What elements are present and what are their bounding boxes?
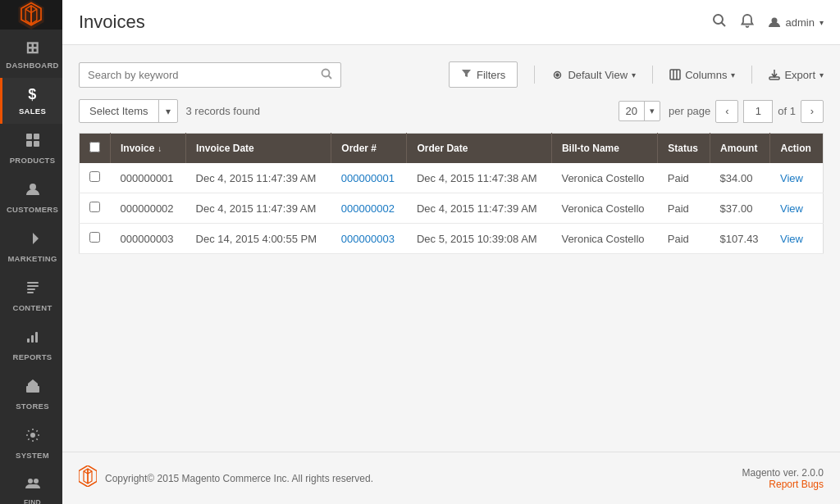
- table-row: 000000002 Dec 4, 2015 11:47:39 AM 000000…: [80, 193, 824, 224]
- svg-point-13: [30, 433, 35, 438]
- row-status: Paid: [658, 224, 710, 254]
- row-invoice: 000000002: [111, 193, 186, 224]
- export-button[interactable]: Export ▾: [769, 69, 824, 81]
- toolbar-divider2: [652, 66, 653, 84]
- prev-page-button[interactable]: ‹: [715, 100, 738, 123]
- svg-rect-8: [27, 292, 34, 293]
- th-invoice-date[interactable]: Invoice Date: [186, 134, 331, 164]
- sidebar-item-label: PRODUCTS: [10, 156, 56, 165]
- th-action[interactable]: Action: [770, 134, 824, 164]
- sidebar-item-sales[interactable]: $ SALES: [0, 78, 62, 124]
- th-order-num[interactable]: Order #: [331, 134, 407, 164]
- search-icon[interactable]: [712, 13, 727, 32]
- row-bill-to: Veronica Costello: [551, 193, 657, 224]
- svg-point-4: [30, 184, 36, 190]
- svg-rect-9: [27, 338, 30, 343]
- records-found: 3 records found: [186, 105, 260, 117]
- row-invoice-date: Dec 14, 2015 4:00:55 PM: [186, 224, 331, 254]
- svg-point-22: [556, 74, 559, 76]
- order-num-link[interactable]: 000000003: [341, 233, 395, 245]
- sidebar: ⊞ DASHBOARD $ SALES PRODUCTS CUSTOMERS M…: [0, 0, 62, 504]
- columns-button[interactable]: Columns ▾: [669, 69, 735, 81]
- pagination: 20 ▾ per page ‹ 1 of 1 ›: [619, 100, 824, 123]
- sidebar-item-partners[interactable]: FIND PARTNERS & EXTENSIONS: [0, 468, 62, 504]
- per-page-value: 20: [619, 102, 645, 120]
- th-invoice[interactable]: Invoice ↓: [111, 134, 186, 164]
- row-invoice-date: Dec 4, 2015 11:47:39 AM: [186, 193, 331, 224]
- view-link[interactable]: View: [780, 202, 803, 215]
- search-input[interactable]: [88, 69, 321, 81]
- view-link[interactable]: View: [780, 172, 803, 184]
- per-page-arrow[interactable]: ▾: [645, 102, 660, 120]
- sidebar-item-reports[interactable]: REPORTS: [0, 320, 62, 370]
- th-amount[interactable]: Amount: [710, 134, 770, 164]
- sidebar-item-system[interactable]: SYSTEM: [0, 419, 62, 468]
- sidebar-item-label: SALES: [19, 107, 46, 116]
- sidebar-item-label: REPORTS: [12, 352, 52, 361]
- user-caret: ▾: [819, 18, 824, 27]
- sidebar-item-dashboard[interactable]: ⊞ DASHBOARD: [0, 30, 62, 78]
- top-toolbar: Filters Default View ▾ Columns ▾ Exp: [79, 61, 824, 88]
- th-status[interactable]: Status: [658, 134, 710, 164]
- per-page-select: 20 ▾: [619, 101, 660, 121]
- row-checkbox-cell: [80, 193, 111, 224]
- select-all-checkbox[interactable]: [89, 142, 100, 152]
- select-items-arrow[interactable]: ▾: [159, 101, 177, 122]
- order-num-link[interactable]: 000000002: [341, 202, 395, 215]
- sidebar-item-content[interactable]: CONTENT: [0, 271, 62, 320]
- row-amount: $37.00: [710, 193, 770, 224]
- user-menu[interactable]: admin ▾: [768, 16, 824, 29]
- sidebar-item-products[interactable]: PRODUCTS: [0, 124, 62, 173]
- filters-button[interactable]: Filters: [449, 61, 518, 88]
- sales-icon: $: [28, 86, 36, 103]
- row-amount: $107.43: [710, 224, 770, 254]
- svg-rect-11: [35, 332, 38, 343]
- svg-rect-2: [26, 141, 32, 147]
- search-submit-icon[interactable]: [321, 68, 332, 82]
- svg-rect-3: [34, 141, 39, 147]
- svg-rect-10: [31, 335, 34, 343]
- row-checkbox[interactable]: [89, 171, 100, 182]
- page-of: of 1: [778, 105, 796, 117]
- row-status: Paid: [658, 163, 710, 193]
- row-checkbox[interactable]: [89, 202, 100, 212]
- content-area: Filters Default View ▾ Columns ▾ Exp: [62, 45, 840, 452]
- sidebar-item-marketing[interactable]: MARKETING: [0, 222, 62, 271]
- next-page-button[interactable]: ›: [801, 100, 824, 123]
- row-order-date: Dec 4, 2015 11:47:38 AM: [407, 163, 552, 193]
- system-icon: [25, 427, 41, 447]
- table-row: 000000003 Dec 14, 2015 4:00:55 PM 000000…: [80, 224, 824, 254]
- svg-rect-0: [26, 134, 32, 139]
- reports-icon: [25, 329, 41, 349]
- sidebar-item-label: CONTENT: [12, 303, 52, 312]
- svg-point-16: [714, 15, 723, 24]
- row-bill-to: Veronica Costello: [551, 224, 657, 254]
- svg-line-17: [721, 22, 725, 26]
- filter-icon: [461, 68, 472, 81]
- partners-icon: [25, 474, 41, 495]
- sidebar-item-label: MARKETING: [7, 254, 57, 263]
- th-bill-to[interactable]: Bill-to Name: [551, 134, 657, 164]
- sidebar-item-label: STORES: [16, 402, 49, 411]
- sidebar-item-label: SYSTEM: [16, 451, 49, 460]
- order-num-link[interactable]: 000000001: [341, 172, 395, 184]
- sidebar-item-customers[interactable]: CUSTOMERS: [0, 173, 62, 222]
- th-order-date[interactable]: Order Date: [407, 134, 552, 164]
- toolbar-divider3: [751, 66, 752, 84]
- per-page-label: per page: [669, 105, 710, 117]
- default-view-button[interactable]: Default View ▾: [551, 69, 636, 81]
- footer-logo-icon: [79, 465, 97, 491]
- report-bugs-link[interactable]: Report Bugs: [742, 479, 824, 490]
- select-items-button[interactable]: Select Items: [80, 100, 159, 122]
- main-content: Invoices admin ▾: [62, 0, 840, 504]
- svg-rect-5: [27, 282, 39, 284]
- row-checkbox-cell: [80, 224, 111, 254]
- row-order-num: 000000001: [331, 163, 407, 193]
- row-checkbox[interactable]: [89, 232, 100, 243]
- select-items-dropdown: Select Items ▾: [79, 99, 178, 123]
- toolbar-divider: [534, 66, 535, 84]
- svg-point-14: [28, 479, 33, 484]
- bell-icon[interactable]: [740, 13, 755, 32]
- sidebar-item-stores[interactable]: STORES: [0, 370, 62, 419]
- view-link[interactable]: View: [780, 233, 803, 245]
